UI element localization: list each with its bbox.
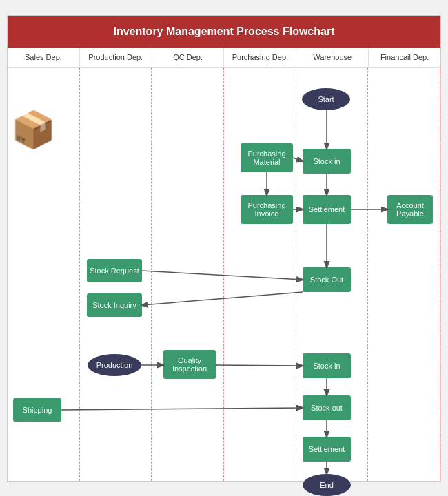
- node-purchasing-invoice: Purchasing Invoice: [241, 195, 293, 224]
- chart-body: 📦 Start Purchasing Material Stock in Pur…: [8, 68, 440, 481]
- col-header-financial: Financail Dep.: [369, 48, 440, 67]
- node-stock-request: Stock Request: [87, 259, 142, 282]
- col-header-sales: Sales Dep.: [8, 48, 80, 67]
- node-shipping: Shipping: [13, 398, 61, 422]
- node-settlement-2: Settlement: [303, 437, 351, 462]
- col-header-production: Production Dep.: [80, 48, 152, 67]
- columns-header: Sales Dep. Production Dep. QC Dep. Purch…: [8, 48, 440, 68]
- node-production: Production: [88, 354, 141, 376]
- col-header-purchasing: Purchasing Dep.: [224, 48, 296, 67]
- node-quality-inspection: Quality Inspection: [163, 350, 216, 379]
- box-image: 📦: [11, 109, 56, 151]
- lane-purchasing: [224, 68, 296, 481]
- node-purchasing-material: Purchasing Material: [241, 143, 293, 172]
- node-start: Start: [302, 88, 350, 110]
- node-stock-inquiry: Stock Inquiry: [87, 293, 142, 317]
- node-stock-in-1: Stock in: [303, 149, 351, 174]
- col-header-qc: QC Dep.: [152, 48, 225, 67]
- lane-financial: [368, 68, 440, 481]
- node-end: End: [303, 474, 351, 496]
- chart-title: Inventory Management Process Flowchart: [8, 16, 440, 48]
- node-settlement-1: Settlement: [303, 195, 351, 224]
- node-account-payable: Account Payable: [387, 195, 433, 224]
- node-stock-in-2: Stock in: [303, 353, 351, 378]
- node-stock-out-2: Stock out: [303, 395, 351, 420]
- lane-qc: [152, 68, 224, 481]
- col-header-warehouse: Warehouse: [296, 48, 369, 67]
- node-stock-out-1: Stock Out: [303, 267, 351, 292]
- flowchart-wrapper: Inventory Management Process Flowchart S…: [7, 15, 441, 482]
